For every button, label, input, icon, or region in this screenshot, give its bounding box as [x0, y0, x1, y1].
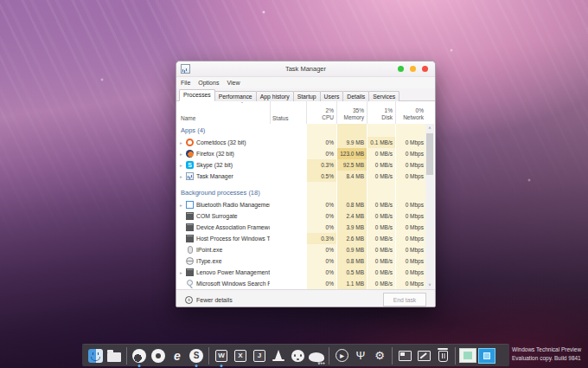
terminal-icon[interactable]: [396, 347, 413, 365]
process-name: Device Association Framework ...: [196, 224, 270, 230]
column-header-network[interactable]: 0% Network: [395, 101, 426, 124]
app-window-icon: [186, 212, 194, 220]
table-row[interactable]: IType.exe 0% 0.8 MB 0 MB/s 0 Mbps: [176, 255, 426, 267]
finder-icon[interactable]: [86, 347, 104, 365]
gimp-icon[interactable]: [289, 347, 306, 365]
table-row[interactable]: ▸ S Skype (32 bit) 0.3% 92.5 MB 0 MB/s 0…: [176, 159, 426, 171]
process-name: Lenovo Power Management Ser...: [196, 269, 270, 275]
table-row[interactable]: ▸ Lenovo Power Management Ser... 0% 0.5 …: [176, 267, 426, 278]
menu-options[interactable]: Options: [198, 80, 219, 86]
disk-cell: 0 MB/s: [367, 148, 395, 159]
journal-icon[interactable]: J: [251, 347, 268, 365]
gear-icon[interactable]: ⚙: [371, 347, 388, 365]
running-indicator: [138, 365, 141, 367]
cpu-cell: 0.3%: [306, 159, 336, 171]
status-cell: [270, 171, 306, 182]
network-cell: 0 Mbps: [395, 255, 426, 267]
table-row[interactable]: ▸ Firefox (32 bit) 0% 123.0 MB 0 MB/s 0 …: [176, 148, 426, 159]
folder-icon[interactable]: [105, 347, 123, 365]
word-icon[interactable]: W: [213, 347, 230, 365]
menu-view[interactable]: View: [227, 80, 240, 86]
chameleon-icon[interactable]: v++: [308, 347, 325, 365]
glyph: ▶: [340, 352, 344, 358]
play-icon[interactable]: ▶: [333, 347, 350, 365]
network-cell: 0 Mbps: [395, 159, 426, 171]
table-row[interactable]: ▸ Cometdocs (32 bit) 0% 9.9 MB 0.1 MB/s …: [176, 137, 426, 148]
column-header-memory[interactable]: 35% Memory: [336, 101, 367, 124]
internet-explorer-icon[interactable]: e: [169, 347, 186, 365]
cpu-cell: 0%: [306, 244, 336, 255]
tab-services[interactable]: Services: [368, 91, 399, 101]
group-header-apps[interactable]: Apps (4): [176, 124, 426, 137]
chrome-icon[interactable]: [150, 347, 167, 365]
status-cell: [270, 159, 306, 171]
table-row[interactable]: IPoint.exe 0% 0.9 MB 0 MB/s 0 Mbps: [176, 244, 426, 255]
group-header-background[interactable]: Background processes (18): [176, 186, 426, 199]
mouse-icon: [188, 246, 193, 254]
tab-performance[interactable]: Performance: [214, 91, 257, 101]
expand-caret-icon[interactable]: ▸: [180, 203, 186, 208]
quake-icon[interactable]: Ψ: [352, 347, 369, 365]
menu-file[interactable]: File: [181, 80, 190, 86]
table-row[interactable]: ▸ Bluetooth Radio Management S... 0% 0.8…: [176, 199, 426, 210]
memory-cell: 0.9 MB: [336, 244, 367, 255]
trash-icon[interactable]: [434, 347, 451, 365]
app-window-icon: [186, 235, 194, 242]
task-manager-window: Task Manager File Options View Processes…: [176, 61, 436, 307]
table-row[interactable]: COM Surrogate 0% 2.4 MB 0 MB/s 0 Mbps: [176, 210, 426, 222]
tab-users[interactable]: Users: [320, 91, 344, 101]
maximize-light-button[interactable]: [410, 66, 416, 72]
disk-cell: 0 MB/s: [367, 171, 395, 182]
disk-cell: 0 MB/s: [367, 159, 395, 171]
globe-icon: [186, 257, 194, 265]
expand-caret-icon[interactable]: ▸: [180, 152, 186, 157]
search-icon: [186, 280, 194, 287]
tab-details[interactable]: Details: [342, 91, 369, 101]
minimize-light-button[interactable]: [398, 66, 404, 72]
process-name: Host Process for Windows Tasks: [196, 236, 270, 242]
table-row[interactable]: Device Association Framework ... 0% 3.9 …: [176, 222, 426, 233]
active-window-thumbnail[interactable]: [478, 347, 495, 365]
tab-app-history[interactable]: App history: [256, 91, 294, 101]
end-task-button[interactable]: End task: [383, 293, 426, 307]
process-name: IPoint.exe: [196, 247, 222, 253]
cpu-cell: 0%: [306, 222, 336, 233]
watermark-line2: Evaluation copy. Build 9841: [512, 354, 581, 363]
close-light-button[interactable]: [422, 66, 428, 72]
network-cell: 0 Mbps: [395, 210, 426, 222]
scrollbar-thumb[interactable]: [426, 133, 433, 175]
process-name: COM Surrogate: [196, 213, 238, 219]
footer-bar: ∧ Fewer details End task: [176, 289, 435, 307]
scrollbar[interactable]: ˄ ˅: [425, 124, 434, 289]
memory-cell: 92.5 MB: [336, 159, 367, 171]
expand-caret-icon[interactable]: ▸: [180, 140, 186, 145]
table-row[interactable]: ▸ Task Manager 0.5% 8.4 MB 0 MB/s 0 Mbps: [176, 171, 426, 182]
excel-icon[interactable]: X: [232, 347, 249, 365]
column-header-name[interactable]: Name: [176, 101, 270, 124]
column-header-disk[interactable]: 1% Disk: [367, 101, 395, 124]
scroll-down-icon[interactable]: ˅: [425, 281, 434, 289]
column-header-status[interactable]: Status: [270, 101, 306, 124]
expand-caret-icon[interactable]: ▸: [180, 270, 186, 275]
watermark-line1: Windows Technical Preview: [512, 345, 581, 354]
desktop-preview-thumbnail[interactable]: [459, 347, 476, 365]
column-header-cpu[interactable]: 2% CPU: [306, 101, 336, 124]
collapse-icon: ∧: [185, 296, 193, 304]
expand-caret-icon[interactable]: ▸: [180, 174, 186, 179]
firefox-icon[interactable]: [131, 347, 148, 365]
table-row[interactable]: Microsoft Windows Search Filte... 0% 1.1…: [176, 278, 426, 289]
scroll-up-icon[interactable]: ˄: [425, 124, 434, 132]
cpu-cell: 0%: [306, 148, 336, 159]
expand-caret-icon[interactable]: ▸: [180, 163, 186, 168]
tab-processes[interactable]: Processes: [179, 89, 215, 101]
fewer-details-toggle[interactable]: ∧ Fewer details: [185, 296, 233, 304]
vlc-icon[interactable]: [270, 347, 287, 365]
dock-divider: [329, 347, 329, 365]
editor-window-icon[interactable]: [415, 347, 432, 365]
sort-ascending-icon: ˆ: [241, 101, 243, 107]
skype-icon[interactable]: S: [188, 347, 205, 365]
title-bar[interactable]: Task Manager: [176, 61, 435, 77]
table-row[interactable]: Host Process for Windows Tasks 0.3% 2.6 …: [176, 233, 426, 244]
status-cell: [270, 137, 306, 148]
tab-startup[interactable]: Startup: [293, 91, 321, 101]
